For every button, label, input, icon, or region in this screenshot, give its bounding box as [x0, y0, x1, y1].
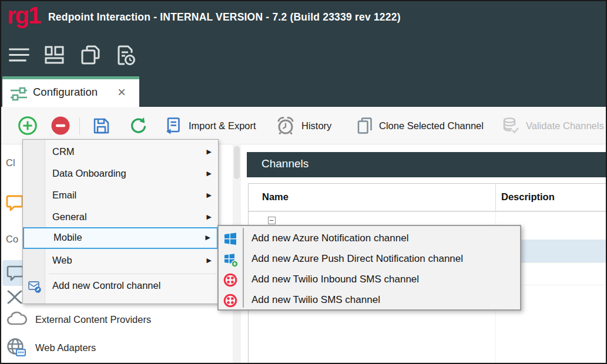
submenu-arrow-icon: ▶	[207, 213, 212, 221]
menu-item-label: Data Onboarding	[52, 168, 126, 179]
menu-item-label: Email	[52, 190, 76, 201]
windows-icon	[223, 232, 237, 246]
mobile-submenu: Add new Azure Notification channel Add n…	[217, 225, 521, 311]
globe-icon	[6, 337, 27, 358]
tab-close-icon[interactable]: ×	[118, 84, 126, 100]
tab-configuration[interactable]: Configuration ×	[2, 76, 139, 107]
clone-channel-label: Clone Selected Channel	[379, 120, 484, 132]
tab-strip: Configuration ×	[1, 76, 606, 107]
remove-circle-icon	[51, 116, 71, 136]
app-window: rg1 Redpoint Interaction - INTERNAL VERS…	[0, 0, 607, 364]
add-circle-icon	[18, 116, 38, 136]
clone-channel-button[interactable]: Clone Selected Channel	[356, 107, 484, 144]
main-icon-bar	[1, 33, 606, 76]
submenu-arrow-icon: ▶	[206, 234, 210, 241]
column-header-name[interactable]: Name	[262, 191, 289, 203]
window-title: Redpoint Interaction - INTERNAL VERSION …	[48, 11, 401, 23]
sidebar-heading-fragment-top: Cl	[6, 157, 15, 168]
save-icon	[92, 116, 111, 136]
submenu-item-azure-push-direct[interactable]: Add new Azure Push Direct Notification c…	[219, 249, 520, 269]
tree-expander-collapse[interactable]	[268, 217, 276, 224]
projects-folder-button[interactable]	[79, 43, 102, 67]
menu-item-web[interactable]: Web ▶	[23, 250, 218, 272]
rg1-logo: rg1	[7, 2, 40, 29]
menu-item-general[interactable]: General ▶	[23, 207, 218, 228]
add-channel-context-menu: CRM ▶ Data Onboarding ▶ Email ▶ General …	[22, 139, 219, 304]
channels-panel-header: Channels	[247, 152, 607, 177]
menu-item-label: CRM	[52, 146, 75, 157]
history-button[interactable]: History	[275, 107, 331, 144]
alarm-clock-icon	[275, 115, 296, 136]
control-channel-icon	[28, 279, 42, 294]
validate-channels-button: Validate Channels	[501, 107, 604, 144]
import-export-label: Import & Export	[189, 120, 256, 132]
import-export-icon	[163, 116, 183, 136]
refresh-icon	[128, 116, 148, 136]
document-clock-icon	[114, 43, 138, 67]
sidebar-item-external-content-providers[interactable]: External Content Providers	[1, 308, 151, 331]
connector-x-icon	[5, 288, 24, 306]
submenu-item-label: Add new Twilio Inbound SMS channel	[251, 274, 419, 285]
menu-item-label: Mobile	[53, 232, 82, 243]
submenu-item-label: Add new Azure Push Direct Notification c…	[251, 253, 463, 265]
menu-item-crm[interactable]: CRM ▶	[23, 141, 218, 163]
validate-database-icon	[501, 116, 521, 136]
menu-separator	[49, 274, 216, 274]
layout-blocks-icon	[43, 43, 67, 67]
sidebar-heading-fragment-mid: Co	[6, 234, 18, 245]
submenu-item-label: Add new Azure Notification channel	[251, 232, 408, 244]
windows-add-icon	[223, 252, 239, 268]
sliders-icon	[9, 85, 28, 103]
menu-item-label: Web	[52, 255, 72, 266]
dashboard-layout-button[interactable]	[43, 43, 67, 67]
submenu-arrow-icon: ▶	[207, 191, 212, 199]
menu-item-add-control-channel[interactable]: Add new Control channel	[23, 275, 218, 297]
column-divider[interactable]	[495, 184, 496, 212]
toolbar-divider	[79, 117, 80, 135]
folder-copy-icon	[79, 43, 102, 67]
scheduled-docs-button[interactable]	[114, 43, 138, 67]
twilio-icon	[223, 294, 237, 308]
hamburger-icon	[8, 43, 32, 67]
channels-table-header: Name Description	[249, 184, 607, 212]
validate-channels-label: Validate Channels	[526, 120, 604, 132]
channels-panel-title: Channels	[261, 157, 308, 170]
twilio-icon	[223, 273, 237, 287]
submenu-arrow-icon: ▶	[207, 148, 212, 156]
menu-item-mobile[interactable]: Mobile ▶	[23, 227, 218, 249]
clone-icon	[356, 116, 374, 135]
history-label: History	[301, 120, 331, 132]
submenu-arrow-icon: ▶	[207, 170, 212, 177]
column-header-description[interactable]: Description	[501, 191, 555, 203]
submenu-item-azure-notification[interactable]: Add new Azure Notification channel	[219, 228, 520, 249]
title-bar: rg1 Redpoint Interaction - INTERNAL VERS…	[1, 1, 606, 33]
menu-item-label: General	[52, 211, 87, 223]
submenu-item-twilio-inbound-sms[interactable]: Add new Twilio Inbound SMS channel	[219, 269, 520, 290]
hamburger-menu-button[interactable]	[8, 43, 32, 67]
tab-label: Configuration	[33, 86, 98, 99]
sidebar-item-label: External Content Providers	[35, 314, 151, 325]
menu-item-data-onboarding[interactable]: Data Onboarding ▶	[23, 163, 218, 185]
sidebar-item-web-adapters[interactable]: Web Adapters	[1, 336, 96, 359]
sidebar-item-label: Web Adapters	[35, 342, 96, 353]
submenu-arrow-icon: ▶	[207, 257, 212, 264]
cloud-icon	[6, 309, 27, 329]
menu-item-email[interactable]: Email ▶	[23, 185, 218, 207]
menu-item-label: Add new Control channel	[52, 280, 160, 291]
scrollbar-thumb[interactable]	[234, 146, 240, 179]
submenu-item-twilio-sms[interactable]: Add new Twilio SMS channel	[219, 290, 520, 311]
chat-bubble-orange-icon	[6, 194, 24, 213]
submenu-item-label: Add new Twilio SMS channel	[251, 294, 380, 306]
chat-bubble-gray-icon	[6, 265, 24, 282]
